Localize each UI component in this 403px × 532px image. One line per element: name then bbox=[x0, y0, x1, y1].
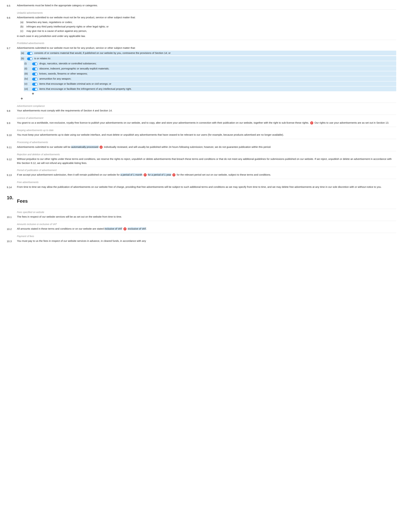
section-9-14: 9.14 From time to time we may allow the … bbox=[7, 185, 396, 189]
section-10-1: 10.1 The fees in respect of our website … bbox=[7, 215, 396, 219]
toggle-9-7-b-ii[interactable] bbox=[32, 68, 38, 70]
label-9-7-b: (b) bbox=[21, 56, 27, 60]
section-num-10-1: 10.1 bbox=[7, 215, 17, 219]
section-num-10: 10. bbox=[7, 194, 17, 202]
section-9-13: 9.13 If we accept your advertisement sub… bbox=[7, 173, 396, 177]
subheading-licence: Licence of advertisement bbox=[17, 115, 396, 120]
section-num-9-11: 9.11 bbox=[7, 145, 17, 149]
text-9-6-a: breaches any laws, regulations or codes; bbox=[26, 20, 72, 24]
or-badge-9-11: or bbox=[100, 146, 103, 149]
text-9-7-b-ii: obscene, indecent, pornographic or sexua… bbox=[32, 67, 109, 71]
section-content-9-6: Advertisements submitted to our website … bbox=[17, 15, 396, 38]
subheading-unlawful: Unlawful advertisements bbox=[17, 9, 396, 15]
label-9-7-b-iv: (iv) bbox=[24, 77, 32, 81]
section-num-9-12: 9.12 bbox=[7, 157, 17, 161]
or-badge-9-13-2: or bbox=[172, 173, 176, 177]
section-content-10-1: The fees in respect of our website servi… bbox=[17, 215, 396, 219]
section-9-7-b-iv: (iv) ammunition for any weapon; bbox=[24, 76, 396, 81]
section-content-10-3: You must pay to us the fees in respect o… bbox=[17, 239, 396, 243]
subheading-free: Free advertisements bbox=[17, 179, 396, 184]
add-icon-subsub[interactable]: ✚ bbox=[31, 92, 396, 96]
section-9-7-b: (b) is or relates to: bbox=[20, 56, 396, 61]
text-9-6-c: may give rise to a cause of action again… bbox=[26, 29, 87, 33]
subheading-payment: Payment of fees bbox=[17, 233, 396, 238]
label-9-7-b-vi: (vi) bbox=[24, 87, 32, 91]
section-num-9-13: 9.13 bbox=[7, 173, 17, 177]
toggle-9-7-b-i[interactable] bbox=[32, 63, 38, 65]
text-9-7-b-iv: ammunition for any weapon; bbox=[32, 77, 71, 81]
section-num-9-9: 9.9 bbox=[7, 121, 17, 125]
text-9-7-b-vi: items that encourage or facilitate the i… bbox=[32, 87, 132, 91]
section-num-9-6: 9.6 bbox=[7, 15, 17, 20]
section-9-7: 9.7 Advertisements submitted to our webs… bbox=[7, 46, 396, 101]
section-content-9-13: If we accept your advertisement submissi… bbox=[17, 173, 396, 177]
label-9-7-b-v: (v) bbox=[24, 82, 32, 86]
section-10-2: 10.2 All amounts stated in these terms a… bbox=[7, 227, 396, 231]
add-icon-9-7[interactable]: ✚ bbox=[20, 96, 396, 101]
section-content-9-9: You grant to us a worldwide, non-exclusi… bbox=[17, 121, 396, 125]
section-9-6-b: (b) infringes any third party intellectu… bbox=[20, 25, 396, 29]
section-num-10-3: 10.3 bbox=[7, 239, 17, 243]
section-content-9-10: You must keep your advertisements up to … bbox=[17, 133, 396, 137]
text-9-7-b-i: drugs, narcotics, steroids or controlled… bbox=[32, 62, 96, 65]
section-content-9-12: Without prejudice to our other rights un… bbox=[17, 157, 396, 165]
or-badge-10-2: or bbox=[123, 227, 126, 230]
subheading-rejection: Rejection and deletion of advertisements bbox=[17, 151, 396, 156]
toggle-9-7-b-v[interactable] bbox=[32, 83, 38, 86]
highlight-auto-processed: automatically processed bbox=[71, 146, 98, 148]
label-9-7-b-i: (i) bbox=[24, 62, 32, 65]
toggle-9-7-b-vi[interactable] bbox=[32, 88, 38, 91]
section-9-8: 9.8 Your advertisements must comply with… bbox=[7, 108, 396, 113]
toggle-9-7-b[interactable] bbox=[27, 57, 32, 60]
section-9-7-b-i: (i) drugs, narcotics, steroids or contro… bbox=[24, 61, 396, 66]
move-crosshair-icon-subsub[interactable]: ✚ bbox=[32, 92, 34, 96]
label-9-6-c: (c) bbox=[20, 29, 26, 33]
toggle-9-7-b-iii[interactable] bbox=[32, 73, 38, 76]
section-9-6-a: (a) breaches any laws, regulations or co… bbox=[20, 20, 396, 24]
highlight-exclusive-vat: exclusive of VAT bbox=[128, 227, 146, 230]
subheading-compliance: Advertisement compliance bbox=[17, 103, 396, 108]
section-num-9-10: 9.10 bbox=[7, 133, 17, 137]
section-num-9-5: 9.5 bbox=[7, 3, 17, 8]
toggle-9-7-a[interactable] bbox=[27, 52, 32, 55]
text-9-7-b-v: items that encourage or facilitate crimi… bbox=[32, 82, 111, 86]
highlight-inclusive-vat: inclusive of VAT bbox=[104, 227, 122, 230]
subheading-prohibited: Prohibited advertisements bbox=[17, 40, 396, 45]
section-num-9-7: 9.7 bbox=[7, 46, 17, 50]
highlight-period-1month: a period of 1 month bbox=[120, 173, 142, 176]
section-9-7-b-iii: (iii) knives, swords, firearms or other … bbox=[24, 71, 396, 76]
section-9-9: 9.9 You grant to us a worldwide, non-exc… bbox=[7, 121, 396, 125]
text-9-7-b-iii: knives, swords, firearms or other weapon… bbox=[32, 72, 88, 76]
section-10-3: 10.3 You must pay to us the fees in resp… bbox=[7, 239, 396, 243]
section-num-9-14: 9.14 bbox=[7, 185, 17, 189]
section-num-10-2: 10.2 bbox=[7, 227, 17, 231]
section-num-9-8: 9.8 bbox=[7, 108, 17, 113]
section-9-11: 9.11 Advertisements submitted to our web… bbox=[7, 145, 396, 149]
section-9-6-c: (c) may give rise to a cause of action a… bbox=[20, 29, 396, 33]
section-content-9-14: From time to time we may allow the publi… bbox=[17, 185, 396, 189]
move-crosshair-icon-9-7[interactable]: ✚ bbox=[21, 96, 23, 101]
section-content-9-5: Advertisements must be listed in the app… bbox=[17, 3, 396, 7]
section-9-7-b-list: (i) drugs, narcotics, steroids or contro… bbox=[24, 61, 396, 96]
text-9-7-a: consists of or contains material that wo… bbox=[27, 51, 171, 55]
section-9-7-a: (a) consists of or contains material tha… bbox=[20, 51, 396, 55]
label-9-7-b-iii: (iii) bbox=[24, 72, 32, 76]
section-content-9-7: Advertisements submitted to our website … bbox=[17, 46, 396, 101]
section-9-6: 9.6 Advertisements submitted to our webs… bbox=[7, 15, 396, 38]
section-9-10: 9.10 You must keep your advertisements u… bbox=[7, 133, 396, 137]
section-9-7-b-ii: (ii) obscene, indecent, pornographic or … bbox=[24, 66, 396, 71]
section-9-7-b-vi: (vi) items that encourage or facilitate … bbox=[24, 87, 396, 91]
subheading-processing: Processing of advertisements bbox=[17, 139, 396, 144]
section-title-10: Fees bbox=[17, 197, 28, 205]
subheading-period: Period of publication of advertisement bbox=[17, 167, 396, 172]
toggle-9-7-b-iv[interactable] bbox=[32, 78, 38, 81]
section-9-12: 9.12 Without prejudice to our other righ… bbox=[7, 157, 396, 165]
document-body: 9.5 Advertisements must be listed in the… bbox=[7, 3, 396, 243]
subheading-fees-specified: Fees specified on website bbox=[17, 209, 396, 214]
subheading-vat: Amounts inclusive or exclusive of VAT bbox=[17, 221, 396, 226]
or-badge-9-13-1: or bbox=[144, 173, 147, 177]
subheading-keeping: Keeping advertisements up to date bbox=[17, 127, 396, 132]
section-9-7-b-v: (v) items that encourage or facilitate c… bbox=[24, 82, 396, 86]
text-9-7-b: is or relates to: bbox=[27, 56, 51, 60]
highlight-period-1year: for a period of 1 year bbox=[148, 173, 171, 176]
